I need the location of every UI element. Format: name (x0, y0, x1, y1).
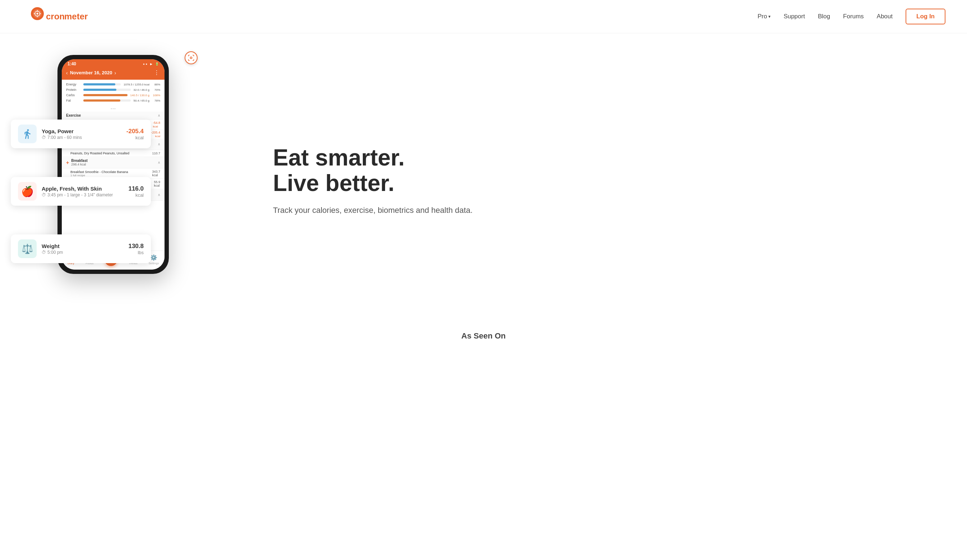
navbar: cron meter Pro ▾ Support Blog Forums Abo… (0, 0, 967, 33)
hero-section: 1:40 ● ● ▶ 🔋 ‹ November 16, 2020 › ⋮ (0, 33, 967, 321)
weight-sub: ⏱ 5:00 pm (42, 250, 123, 255)
apple-sub: ⏱ 3:45 pm - 1 large - 3 1/4" diameter (42, 193, 123, 198)
login-button[interactable]: Log In (906, 8, 946, 25)
apple-card-info: Apple, Fresh, With Skin ⏱ 3:45 pm - 1 la… (42, 186, 123, 198)
yoga-sub: ⏱ 7:00 am - 60 mins (42, 135, 121, 140)
nav-pro[interactable]: Pro ▾ (757, 13, 771, 20)
collapse-exercise-btn[interactable]: ∧ (158, 114, 160, 117)
scale-icon: ⚖️ (18, 239, 36, 258)
weight-value: 130.8 lbs (128, 243, 144, 255)
apple-value: 116.0 kcal (128, 185, 144, 198)
svg-text:meter: meter (64, 12, 87, 21)
nav-support[interactable]: Support (784, 13, 805, 20)
nav-about[interactable]: About (877, 13, 893, 20)
svg-text:cron: cron (46, 12, 64, 21)
as-seen-on-label: As Seen On (0, 321, 967, 344)
nutrient-protein: Protein 32.0 / 46.0 g 70% (66, 88, 160, 92)
nav-forums[interactable]: Forums (843, 13, 864, 20)
add-breakfast-btn[interactable]: + (66, 160, 69, 165)
phone-status-bar: 1:40 ● ● ▶ 🔋 (62, 59, 165, 68)
nutrient-section: Energy 1078.5 / 1255.0 kcal 86% Protein … (62, 80, 165, 105)
nutrient-fat: Fat 50.4 / 65.0 g 78% (66, 99, 160, 102)
weight-title: Weight (42, 243, 123, 249)
logo[interactable]: cron meter (21, 7, 101, 26)
phone-menu-icon[interactable]: ⋮ (154, 69, 160, 76)
yoga-card-info: Yoga, Power ⏱ 7:00 am - 60 mins (42, 128, 121, 140)
weight-card-info: Weight ⏱ 5:00 pm (42, 243, 123, 255)
yoga-title: Yoga, Power (42, 128, 121, 134)
phone-date: November 16, 2020 (70, 70, 112, 76)
hero-text: Eat smarter. Live better. Track your cal… (244, 131, 946, 216)
nav-links: Pro ▾ Support Blog Forums About Log In (757, 8, 946, 25)
apple-title: Apple, Fresh, With Skin (42, 186, 123, 192)
exercise-category: Exercise ∧ (62, 112, 165, 120)
next-day-btn[interactable]: › (114, 70, 116, 76)
weight-card: ⚖️ Weight ⏱ 5:00 pm 130.8 lbs (11, 234, 151, 263)
page-dots: • • • (62, 105, 165, 112)
yoga-card: Yoga, Power ⏱ 7:00 am - 60 mins -205.4 k… (11, 120, 151, 148)
phone-time: 1:40 (68, 61, 76, 66)
apple-card: 🍎 Apple, Fresh, With Skin ⏱ 3:45 pm - 1 … (11, 177, 151, 206)
apple-icon: 🍎 (18, 182, 36, 201)
svg-point-10 (190, 57, 192, 59)
phone-header: ‹ November 16, 2020 › ⋮ (62, 68, 165, 80)
collapse-dinner-btn[interactable]: ∧ (158, 193, 160, 197)
snack-item-1: Peanuts, Dry Roasted Peanuts, Unsalted 1… (62, 150, 165, 157)
nav-blog[interactable]: Blog (818, 13, 830, 20)
chevron-down-icon: ▾ (768, 14, 771, 19)
prev-day-btn[interactable]: ‹ (66, 70, 68, 76)
phone-status-icons: ● ● ▶ 🔋 (143, 63, 159, 66)
collapse-snacks-btn[interactable]: ∧ (158, 142, 160, 146)
breakfast-category: + Breakfast 298.4 kcal ∧ (62, 157, 165, 168)
nutrient-carbs: Carbs 140.5 / 130.0 g 108% (66, 93, 160, 97)
scan-icon (185, 51, 198, 64)
nutrient-energy: Energy 1078.5 / 1255.0 kcal 86% (66, 82, 160, 86)
hero-headline: Eat smarter. Live better. (273, 145, 946, 196)
phone-section: 1:40 ● ● ▶ 🔋 ‹ November 16, 2020 › ⋮ (21, 48, 244, 299)
hero-subtext: Track your calories, exercise, biometric… (273, 204, 481, 216)
yoga-value: -205.4 kcal (127, 128, 144, 140)
phone-date-nav: ‹ November 16, 2020 › (66, 70, 116, 76)
collapse-breakfast-btn[interactable]: ∧ (158, 160, 160, 165)
svg-point-7 (36, 13, 38, 15)
run-icon (18, 125, 36, 143)
